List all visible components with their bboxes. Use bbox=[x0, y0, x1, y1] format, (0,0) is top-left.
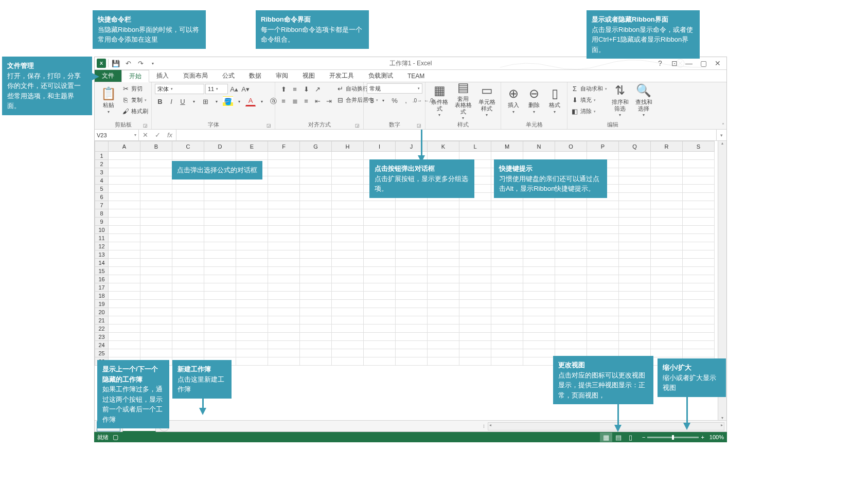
cell[interactable] bbox=[396, 333, 428, 341]
cell[interactable] bbox=[109, 218, 140, 226]
cell[interactable] bbox=[619, 333, 651, 341]
minimize-button[interactable]: — bbox=[682, 58, 696, 68]
cell[interactable] bbox=[172, 218, 204, 226]
font-color-button[interactable]: A bbox=[245, 96, 256, 106]
cell[interactable] bbox=[396, 201, 428, 209]
cell[interactable] bbox=[587, 300, 619, 308]
row-header[interactable]: 14 bbox=[95, 259, 109, 267]
cell[interactable] bbox=[683, 325, 715, 333]
cell[interactable] bbox=[651, 300, 683, 308]
cell[interactable] bbox=[140, 259, 172, 267]
cell[interactable] bbox=[651, 333, 683, 341]
cell[interactable] bbox=[204, 267, 236, 275]
cell[interactable] bbox=[555, 308, 587, 316]
cell[interactable] bbox=[332, 325, 364, 333]
cell[interactable] bbox=[109, 152, 140, 160]
column-header[interactable]: R bbox=[651, 141, 683, 152]
cell[interactable] bbox=[268, 300, 300, 308]
row-header[interactable]: 24 bbox=[95, 341, 109, 349]
italic-button[interactable]: I bbox=[166, 96, 176, 106]
cell[interactable] bbox=[332, 259, 364, 267]
cell[interactable] bbox=[364, 218, 396, 226]
cell[interactable] bbox=[523, 152, 555, 160]
cell[interactable] bbox=[364, 152, 396, 160]
cell[interactable] bbox=[204, 325, 236, 333]
cell[interactable] bbox=[236, 218, 268, 226]
cell[interactable] bbox=[428, 209, 459, 218]
cell[interactable] bbox=[109, 193, 140, 201]
cell[interactable] bbox=[364, 234, 396, 242]
cell[interactable] bbox=[140, 185, 172, 193]
cell[interactable] bbox=[236, 349, 268, 357]
column-header[interactable]: P bbox=[587, 141, 619, 152]
column-header[interactable]: B bbox=[140, 141, 172, 152]
cell[interactable] bbox=[364, 292, 396, 300]
cell[interactable] bbox=[140, 250, 172, 259]
cell[interactable] bbox=[140, 242, 172, 250]
cell[interactable] bbox=[396, 316, 428, 325]
format-painter-button[interactable]: 🖌格式刷 bbox=[121, 106, 148, 117]
number-format-select[interactable]: 常规▾ bbox=[367, 83, 422, 94]
formula-input[interactable] bbox=[176, 130, 716, 140]
cell[interactable] bbox=[109, 267, 140, 275]
cell[interactable] bbox=[140, 168, 172, 176]
column-header[interactable]: F bbox=[268, 141, 300, 152]
cell[interactable] bbox=[172, 267, 204, 275]
align-middle-button[interactable]: ≡ bbox=[290, 84, 300, 94]
cell[interactable] bbox=[619, 341, 651, 349]
cell[interactable] bbox=[396, 325, 428, 333]
cell[interactable] bbox=[619, 242, 651, 250]
cell[interactable] bbox=[109, 333, 140, 341]
increase-decimal-button[interactable]: .0→ bbox=[412, 95, 422, 105]
zoom-slider[interactable] bbox=[647, 437, 699, 438]
cell[interactable] bbox=[364, 259, 396, 267]
cell[interactable] bbox=[236, 300, 268, 308]
cell[interactable] bbox=[268, 185, 300, 193]
cell[interactable] bbox=[268, 226, 300, 234]
cell[interactable] bbox=[236, 292, 268, 300]
maximize-button[interactable]: ▢ bbox=[697, 58, 710, 68]
cell[interactable] bbox=[491, 292, 523, 300]
cell[interactable] bbox=[587, 259, 619, 267]
cell[interactable] bbox=[523, 259, 555, 267]
cell[interactable] bbox=[268, 283, 300, 292]
cell[interactable] bbox=[555, 283, 587, 292]
cell[interactable] bbox=[619, 292, 651, 300]
page-break-view-button[interactable]: ▯ bbox=[625, 433, 637, 442]
cell[interactable] bbox=[268, 259, 300, 267]
cell[interactable] bbox=[587, 283, 619, 292]
font-name-select[interactable]: 宋体▾ bbox=[155, 84, 204, 94]
cell[interactable] bbox=[491, 234, 523, 242]
column-header[interactable]: O bbox=[555, 141, 587, 152]
cell[interactable] bbox=[428, 333, 459, 341]
cell[interactable] bbox=[172, 349, 204, 357]
row-header[interactable]: 18 bbox=[95, 292, 109, 300]
cell[interactable] bbox=[523, 308, 555, 316]
row-header[interactable]: 8 bbox=[95, 209, 109, 218]
zoom-out-button[interactable]: − bbox=[642, 434, 645, 440]
cell[interactable] bbox=[332, 226, 364, 234]
cell[interactable] bbox=[651, 341, 683, 349]
cell[interactable] bbox=[619, 316, 651, 325]
cell[interactable] bbox=[523, 201, 555, 209]
cell[interactable] bbox=[651, 292, 683, 300]
insert-function-button[interactable]: fx bbox=[164, 131, 176, 139]
cell[interactable] bbox=[140, 308, 172, 316]
cell[interactable] bbox=[332, 275, 364, 283]
cell[interactable] bbox=[364, 275, 396, 283]
font-size-select[interactable]: 11▾ bbox=[205, 84, 228, 94]
cell[interactable] bbox=[109, 168, 140, 176]
cell[interactable] bbox=[204, 234, 236, 242]
cell[interactable] bbox=[300, 349, 332, 357]
cell[interactable] bbox=[555, 341, 587, 349]
cell[interactable] bbox=[268, 325, 300, 333]
name-box[interactable]: V23▾ bbox=[95, 130, 139, 140]
cell[interactable] bbox=[236, 341, 268, 349]
cell[interactable] bbox=[555, 242, 587, 250]
cell[interactable] bbox=[459, 349, 491, 357]
cell[interactable] bbox=[332, 250, 364, 259]
cell[interactable] bbox=[140, 341, 172, 349]
cell[interactable] bbox=[587, 341, 619, 349]
cell[interactable] bbox=[236, 152, 268, 160]
cell[interactable] bbox=[109, 242, 140, 250]
